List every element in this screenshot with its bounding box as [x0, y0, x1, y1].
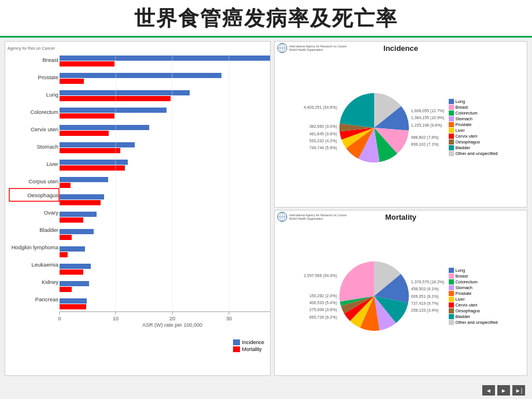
svg-rect-41	[60, 281, 89, 286]
svg-rect-23	[60, 183, 71, 188]
incidence-labels-right: 1,608,055 (12.7%) 1,384,155 (10.9%) 1,23…	[411, 108, 445, 147]
bar-chart-legend: Incidence Mortality	[233, 339, 264, 352]
svg-rect-36	[60, 252, 68, 257]
x-axis-label: ASR (W) rate per 100,000	[60, 322, 271, 328]
svg-text:Cervix uteri: Cervix uteri	[31, 126, 58, 132]
mortality-agency: International Agency for Research on Can…	[277, 212, 347, 222]
svg-rect-16	[60, 142, 135, 147]
svg-text:30: 30	[226, 316, 232, 322]
svg-rect-14	[60, 131, 109, 136]
bar-chart-panel: Agency for Res on Cancer Breast Prostate	[5, 41, 271, 376]
agency-label: Agency for Res on Cancer	[8, 46, 55, 51]
content-area: Agency for Res on Cancer Breast Prostate	[0, 38, 532, 393]
agency-logo-inc	[277, 43, 287, 53]
legend-incidence: Incidence	[233, 339, 264, 345]
svg-text:Colorectum: Colorectum	[30, 109, 58, 115]
slide-navigation: ◄ ► ►|	[482, 385, 525, 396]
mortality-pie-area: 2,597,568 (34.3%) 150,282 (2.0%) 406,533…	[278, 223, 523, 371]
svg-text:Oesophagus: Oesophagus	[27, 192, 58, 198]
incidence-labels-left: 4,403,251 (34.8%) 382,660 (3.0%) 481,645…	[304, 104, 337, 151]
svg-text:20: 20	[169, 316, 175, 322]
svg-text:Kidney: Kidney	[42, 279, 58, 285]
mortality-color	[233, 346, 240, 352]
svg-rect-45	[60, 304, 86, 309]
svg-rect-27	[60, 200, 101, 205]
svg-rect-1	[60, 56, 271, 61]
mortality-pie-svg	[339, 261, 409, 331]
svg-rect-30	[60, 217, 83, 223]
svg-rect-17	[60, 148, 120, 153]
svg-text:Pancreas: Pancreas	[35, 296, 58, 302]
svg-rect-35	[60, 246, 85, 252]
incidence-legend: Lung Breast Colorectum Stomach	[449, 99, 497, 156]
svg-text:Ovary: Ovary	[44, 209, 59, 216]
mortality-chart-card: International Agency for Research on Can…	[274, 210, 527, 376]
title-bar: 世界食管癌发病率及死亡率	[0, 0, 532, 38]
svg-rect-2	[60, 61, 114, 66]
svg-rect-39	[60, 269, 83, 275]
svg-rect-44	[60, 298, 87, 304]
mortality-labels-left: 2,597,568 (34.3%) 150,282 (2.0%) 406,533…	[304, 272, 337, 320]
svg-rect-33	[60, 235, 72, 240]
svg-rect-29	[60, 212, 97, 217]
svg-text:Hodgkin lymphoma: Hodgkin lymphoma	[12, 244, 59, 250]
svg-rect-20	[60, 165, 125, 171]
svg-text:Breast: Breast	[43, 57, 59, 63]
svg-text:Leukaemia: Leukaemia	[32, 261, 59, 268]
svg-text:Prostate: Prostate	[38, 74, 58, 80]
slide: 世界食管癌发病率及死亡率 Agency for Res on Cancer Br…	[0, 0, 532, 399]
right-panel: International Agency for Research on Can…	[274, 41, 527, 376]
svg-rect-5	[60, 79, 84, 84]
svg-rect-13	[60, 125, 149, 130]
svg-rect-8	[60, 96, 171, 101]
incidence-chart-card: International Agency for Research on Can…	[274, 41, 527, 208]
svg-rect-32	[60, 229, 94, 234]
svg-rect-4	[60, 73, 221, 78]
svg-text:Lung: Lung	[46, 91, 58, 98]
svg-text:0: 0	[58, 316, 61, 322]
agency-logo-mort	[277, 212, 287, 222]
svg-rect-19	[60, 160, 128, 165]
mortality-labels-right: 1,376,579 (18.2%) 458,503 (6.1%) 609,051…	[411, 279, 445, 313]
svg-rect-10	[60, 108, 167, 113]
incidence-pie-area: 4,403,251 (34.8%) 382,660 (3.0%) 481,645…	[278, 54, 523, 202]
incidence-color	[233, 339, 240, 345]
svg-rect-11	[60, 113, 114, 119]
svg-text:Bladder: Bladder	[39, 227, 58, 233]
legend-mortality: Mortality	[233, 346, 264, 352]
mortality-legend: Lung Breast Colorectum Stomach	[449, 268, 497, 325]
agency-text-mort: International Agency for Research on Can…	[289, 213, 347, 220]
svg-text:10: 10	[113, 316, 119, 322]
svg-rect-26	[60, 194, 104, 200]
incidence-pie-svg	[339, 93, 409, 162]
svg-rect-42	[60, 287, 72, 292]
svg-rect-22	[60, 177, 108, 182]
svg-rect-7	[60, 90, 190, 95]
svg-rect-38	[60, 264, 91, 269]
svg-text:Stomach: Stomach	[37, 143, 59, 150]
svg-text:Liver: Liver	[46, 161, 58, 167]
agency-text-inc: International Agency for Research on Can…	[289, 45, 347, 51]
prev-button[interactable]: ◄	[482, 385, 495, 396]
next-button[interactable]: ►	[497, 385, 510, 396]
svg-text:Corpus uteri: Corpus uteri	[28, 178, 58, 184]
end-button[interactable]: ►|	[512, 385, 525, 396]
incidence-agency: International Agency for Research on Can…	[277, 43, 347, 53]
page-title: 世界食管癌发病率及死亡率	[12, 5, 520, 33]
bar-chart-svg: Breast Prostate Lung Colorectum	[9, 49, 260, 320]
